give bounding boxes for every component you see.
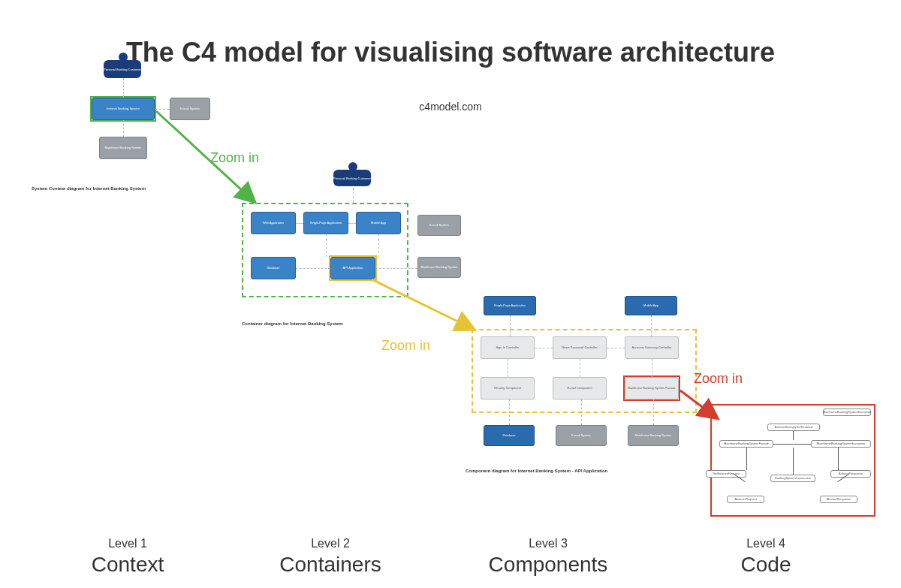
l4-class: BalanceResponse <box>830 470 871 478</box>
connector-icon <box>651 315 652 336</box>
connector-icon <box>375 268 417 269</box>
l3-mobile: Mobile App <box>625 296 677 315</box>
level2-diagram: Personal Banking Customer Web Applicatio… <box>242 162 467 317</box>
l4-class: MainframeBankingSystemFacadeImpl <box>767 424 820 431</box>
l2-caption: Container diagram for Internet Banking S… <box>242 321 343 326</box>
level-1-label: Level 1 <box>68 537 188 550</box>
connector-icon <box>510 315 511 336</box>
l4-class: AbstractRequest <box>727 496 764 503</box>
connector-icon <box>607 348 625 348</box>
connector-icon <box>296 268 330 269</box>
connector-icon <box>580 359 580 377</box>
level-4-label: Level 4 <box>706 537 826 550</box>
connector-icon <box>653 400 654 425</box>
connector-icon <box>581 400 582 425</box>
connector-icon <box>535 348 553 348</box>
l3-caption: Component diagram for Internet Banking S… <box>466 469 607 473</box>
actor-body: Personal Banking Customer <box>333 170 371 186</box>
c4-model-overview-diagram: { "title": "The C4 model for visualising… <box>0 0 901 588</box>
l3-emailcomp: E-mail Component <box>553 377 607 400</box>
connector-icon <box>296 223 303 224</box>
l3-accounts: Accounts Summary Controller <box>625 336 679 359</box>
level1-diagram: Personal Banking Customer Internet Banki… <box>32 53 215 184</box>
level3-diagram: Single-Page Application Mobile App Sign … <box>466 293 706 466</box>
l3-security: Security Component <box>481 377 535 400</box>
l2-mobile: Mobile App <box>356 212 401 234</box>
connector-icon <box>773 444 811 445</box>
l3-email: E-mail System <box>556 425 607 446</box>
l3-reset: Reset Password Controller <box>553 336 607 359</box>
zoom-label-1: Zoom in <box>210 150 259 166</box>
level-2-label: Level 2 <box>270 537 390 550</box>
level-4-name: Code <box>706 553 826 577</box>
zoom-label-2: Zoom in <box>381 338 430 354</box>
l3-mainframe: Mainframe Banking System <box>628 425 679 446</box>
level-3-name: Components <box>473 553 623 577</box>
l2-highlight <box>329 255 377 281</box>
connector-icon <box>793 448 794 475</box>
actor-icon: Personal Banking Customer <box>333 162 372 188</box>
l1-mainframe-box: Mainframe Banking System <box>99 137 147 159</box>
connector-icon <box>746 448 747 470</box>
l3-signin: Sign In Controller <box>481 336 535 359</box>
connector-icon <box>509 400 510 425</box>
l1-caption: System Context diagram for Internet Bank… <box>32 186 146 191</box>
connector-icon <box>793 431 794 440</box>
l4-class: BankingSystemConnection <box>770 475 815 482</box>
l2-mainframe: Mainframe Banking System <box>417 257 461 278</box>
connector-icon <box>353 188 354 203</box>
l3-db: Database <box>484 425 535 446</box>
l4-class: MainframeBankingSystemException <box>823 409 871 416</box>
l1-email-box: E-mail System <box>170 98 210 120</box>
connector-icon <box>838 448 839 470</box>
l2-email: E-mail System <box>417 215 461 236</box>
connector-icon <box>123 78 124 98</box>
l4-class: MainframeBankingSystemFacade <box>719 440 773 448</box>
l2-spa: Single-Page Application <box>303 212 348 234</box>
l1-highlight <box>90 96 156 122</box>
l2-db: Database <box>251 257 296 279</box>
connector-icon <box>155 109 170 110</box>
level-3-label: Level 3 <box>473 537 623 550</box>
l4-class: MainframeBankingSystemException <box>811 440 871 448</box>
zoom-label-3: Zoom in <box>694 371 743 387</box>
l2-web: Web Application <box>251 212 296 234</box>
connector-icon <box>123 120 124 137</box>
actor-icon: Personal Banking Customer <box>104 53 143 80</box>
l3-spa: Single-Page Application <box>484 296 536 315</box>
connector-icon <box>652 359 652 377</box>
level-2-name: Containers <box>270 553 390 577</box>
l4-class: AbstractResponse <box>820 496 857 503</box>
l4-class: GetBalanceRequest <box>706 470 746 478</box>
level4-diagram: MainframeBankingSystemFacadeImpl Mainfra… <box>710 404 875 517</box>
l3-highlight <box>623 375 680 401</box>
connector-icon <box>348 223 356 224</box>
connector-icon <box>378 234 379 257</box>
connector-icon <box>326 234 327 257</box>
connector-icon <box>508 359 508 377</box>
level-1-name: Context <box>68 553 188 577</box>
actor-body: Personal Banking Customer <box>104 60 141 78</box>
